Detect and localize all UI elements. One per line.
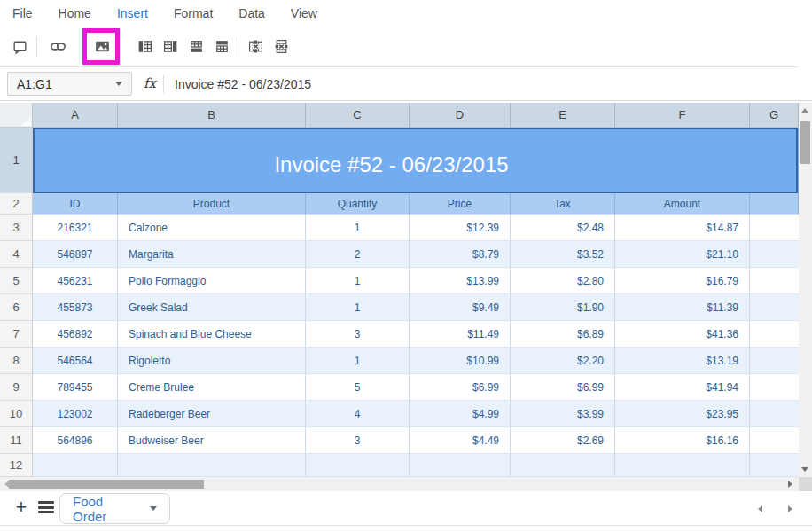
cell[interactable]: $1.90	[511, 294, 615, 321]
cell[interactable]: $11.39	[615, 294, 750, 321]
horizontal-scrollbar-thumb[interactable]	[9, 480, 204, 489]
cell[interactable]: Budweiser Beer	[118, 427, 306, 454]
cell[interactable]: $8.79	[410, 241, 511, 268]
cell[interactable]: $23.95	[615, 401, 750, 427]
row-header[interactable]: 6	[0, 294, 33, 321]
scroll-down-arrow-icon[interactable]	[801, 467, 808, 472]
insert-comment-button[interactable]	[7, 34, 32, 60]
row-header[interactable]: 5	[0, 268, 33, 294]
cell[interactable]: $6.99	[511, 374, 615, 401]
column-header-a[interactable]: A	[33, 103, 118, 128]
header-cell-id[interactable]: ID	[33, 193, 118, 215]
cell[interactable]: 1	[306, 268, 410, 294]
cell[interactable]: Margarita	[118, 241, 306, 268]
delete-rows-button[interactable]	[269, 34, 293, 60]
chevron-down-icon[interactable]	[150, 506, 157, 511]
cell[interactable]: $4.99	[410, 401, 511, 427]
cell[interactable]	[750, 215, 799, 241]
menu-home[interactable]: Home	[59, 6, 91, 27]
previous-sheet-button[interactable]	[753, 503, 766, 515]
cell[interactable]: $12.39	[410, 215, 511, 241]
cell[interactable]: $41.94	[615, 374, 750, 401]
cell[interactable]	[306, 454, 410, 477]
cell[interactable]: 789455	[33, 374, 118, 401]
header-cell-empty[interactable]	[750, 193, 799, 215]
cell[interactable]: 546897	[33, 241, 118, 268]
cell[interactable]: 564896	[33, 427, 118, 454]
cell[interactable]	[33, 454, 118, 477]
cell[interactable]	[118, 454, 306, 477]
cell[interactable]	[750, 294, 799, 321]
cell[interactable]: 3	[306, 427, 410, 454]
cell[interactable]: $2.48	[511, 215, 615, 241]
row-header[interactable]: 2	[0, 193, 33, 215]
next-sheet-button[interactable]	[784, 503, 796, 515]
header-cell-quantity[interactable]: Quantity	[306, 193, 410, 215]
cell[interactable]: $3.99	[511, 401, 615, 427]
cell[interactable]: $2.80	[511, 268, 615, 294]
insert-columns-right-button[interactable]	[158, 34, 183, 60]
chevron-down-icon[interactable]	[115, 82, 122, 86]
cell[interactable]: $11.49	[410, 321, 511, 348]
cell[interactable]: $13.19	[615, 348, 750, 374]
cell[interactable]	[511, 454, 615, 477]
insert-picture-button[interactable]	[90, 34, 114, 60]
menu-view[interactable]: View	[291, 6, 317, 27]
cell[interactable]: 2	[306, 241, 410, 268]
cell[interactable]	[750, 427, 799, 454]
cell[interactable]: 5	[306, 374, 410, 401]
cell[interactable]	[750, 454, 799, 477]
row-header[interactable]: 7	[0, 321, 33, 348]
horizontal-scrollbar[interactable]	[0, 477, 799, 491]
row-header[interactable]: 1	[0, 128, 33, 193]
cell[interactable]: Spinach and Blue Cheese	[118, 321, 306, 348]
vertical-scrollbar-thumb[interactable]	[800, 121, 810, 164]
menu-insert[interactable]: Insert	[117, 6, 148, 27]
menu-data[interactable]: Data	[238, 6, 265, 27]
select-all-corner[interactable]	[0, 103, 33, 128]
sheet-list-menu-button[interactable]	[37, 500, 55, 516]
row-header[interactable]: 12	[0, 454, 33, 477]
cell[interactable]: $14.87	[615, 215, 750, 241]
cell[interactable]: 3	[306, 321, 410, 348]
insert-hyperlink-button[interactable]	[45, 34, 70, 60]
column-header-b[interactable]: B	[118, 103, 306, 128]
row-header[interactable]: 9	[0, 374, 33, 401]
cell[interactable]: $41.36	[615, 321, 750, 348]
cell[interactable]	[410, 454, 511, 477]
cell[interactable]: 4	[306, 401, 410, 427]
column-header-e[interactable]: E	[511, 103, 615, 128]
cell[interactable]: $10.99	[410, 348, 511, 374]
cell[interactable]: 1	[306, 348, 410, 374]
cell[interactable]	[750, 241, 799, 268]
menu-format[interactable]: Format	[174, 6, 213, 27]
cell[interactable]: Creme Brulee	[118, 374, 306, 401]
cell[interactable]: $13.99	[410, 268, 511, 294]
cell[interactable]: 546564	[33, 348, 118, 374]
cell[interactable]: 1	[306, 294, 410, 321]
cell[interactable]	[615, 454, 750, 477]
row-header[interactable]: 8	[0, 348, 33, 374]
header-cell-product[interactable]: Product	[118, 193, 306, 215]
cell[interactable]: 216321	[33, 215, 118, 241]
cell[interactable]: 456231	[33, 268, 118, 294]
row-header[interactable]: 3	[0, 215, 33, 241]
column-header-c[interactable]: C	[306, 103, 410, 128]
cell[interactable]: $21.10	[615, 241, 750, 268]
cell[interactable]: Radeberger Beer	[118, 401, 306, 427]
scroll-up-arrow-icon[interactable]	[801, 108, 808, 113]
header-cell-tax[interactable]: Tax	[511, 193, 615, 215]
header-cell-price[interactable]: Price	[410, 193, 511, 215]
invoice-title-cell[interactable]: Invoice #52 - 06/23/2015	[33, 128, 799, 193]
cell[interactable]	[750, 321, 799, 348]
insert-rows-below-button[interactable]	[183, 34, 208, 60]
column-header-f[interactable]: F	[615, 103, 750, 128]
cell[interactable]: Rigoletto	[118, 348, 306, 374]
sheet-tab-food-order[interactable]: Food Order	[59, 493, 170, 524]
cell[interactable]: 455873	[33, 294, 118, 321]
cell[interactable]: $4.49	[410, 427, 511, 454]
column-header-g[interactable]: G	[750, 103, 799, 128]
delete-columns-button[interactable]	[243, 34, 268, 60]
cell[interactable]	[750, 268, 799, 294]
cell[interactable]: $9.49	[410, 294, 511, 321]
